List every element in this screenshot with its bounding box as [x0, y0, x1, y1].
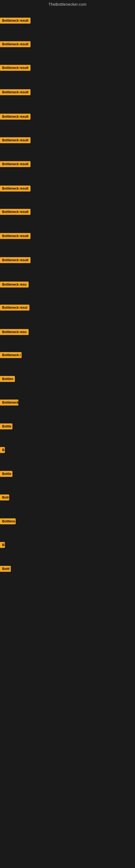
bottleneck-badge: Bottle	[0, 471, 12, 477]
bottleneck-badge: Bottleneck result	[0, 209, 31, 215]
bottleneck-result-item[interactable]: Bottle	[0, 424, 12, 431]
bottleneck-badge: Bottleneck result	[0, 186, 31, 191]
bottleneck-result-item[interactable]: Bottleneck resu	[0, 282, 29, 289]
bottleneck-result-item[interactable]: Bottleneck result	[0, 186, 31, 193]
bottleneck-result-item[interactable]: Bottlen	[0, 376, 15, 383]
bottleneck-badge: Bottleneck result	[0, 65, 31, 71]
bottleneck-badge: B	[0, 447, 5, 453]
bottleneck-badge: Bottl	[0, 566, 11, 572]
bottleneck-result-item[interactable]: Bottleneck result	[0, 89, 31, 96]
bottleneck-badge: Bottleneck result	[0, 161, 31, 167]
bottleneck-badge: Bottleneck result	[0, 233, 31, 239]
bottleneck-badge: Bottleneck result	[0, 89, 31, 95]
bottleneck-result-item[interactable]: Bottleneck result	[0, 209, 31, 216]
bottleneck-badge: Bottleneck result	[0, 257, 31, 263]
bottleneck-badge: Bottle	[0, 424, 12, 429]
bottleneck-result-item[interactable]: Bottleneck result	[0, 161, 31, 168]
bottleneck-result-item[interactable]: Bottleneck result	[0, 41, 31, 48]
bottleneck-badge: Bottleneck resu	[0, 282, 29, 287]
bottleneck-result-item[interactable]: Bottleneck	[0, 400, 18, 407]
bottleneck-result-item[interactable]: B	[0, 542, 5, 549]
bottleneck-badge: Bottleneck	[0, 400, 18, 405]
bottleneck-result-item[interactable]: B	[0, 447, 5, 454]
bottleneck-result-item[interactable]: Bottleneck resul	[0, 305, 30, 312]
bottleneck-result-item[interactable]: Bottleneck resu	[0, 329, 29, 336]
bottleneck-badge: Bottlen	[0, 376, 15, 382]
bottleneck-result-item[interactable]: Bottlens	[0, 518, 16, 525]
bottleneck-result-item[interactable]: Bottleneck result	[0, 65, 31, 72]
bottleneck-result-item[interactable]: Bottleneck result	[0, 18, 31, 25]
bottleneck-badge: Bottleneck resu	[0, 329, 29, 335]
site-title: TheBottlenecker.com	[0, 0, 135, 8]
bottleneck-result-item[interactable]: Bottleneck result	[0, 114, 31, 121]
bottleneck-badge: Bottleneck result	[0, 137, 31, 143]
bottleneck-badge: B	[0, 542, 5, 548]
bottleneck-result-item[interactable]: Bottleneck result	[0, 257, 31, 264]
bottleneck-badge: Bottlens	[0, 518, 16, 524]
bottleneck-result-item[interactable]: Bottleneck r	[0, 352, 21, 359]
bottleneck-result-item[interactable]: Bottleneck result	[0, 137, 31, 144]
bottleneck-badge: Bott	[0, 495, 9, 500]
bottleneck-badge: Bottleneck result	[0, 18, 31, 24]
bottleneck-result-item[interactable]: Bottle	[0, 471, 12, 478]
bottleneck-badge: Bottleneck result	[0, 114, 31, 120]
bottleneck-badge: Bottleneck r	[0, 352, 21, 358]
bottleneck-result-item[interactable]: Bottl	[0, 566, 11, 573]
bottleneck-result-item[interactable]: Bottleneck result	[0, 233, 31, 240]
bottleneck-badge: Bottleneck result	[0, 41, 31, 47]
bottleneck-badge: Bottleneck resul	[0, 305, 30, 311]
bottleneck-result-item[interactable]: Bott	[0, 495, 9, 501]
